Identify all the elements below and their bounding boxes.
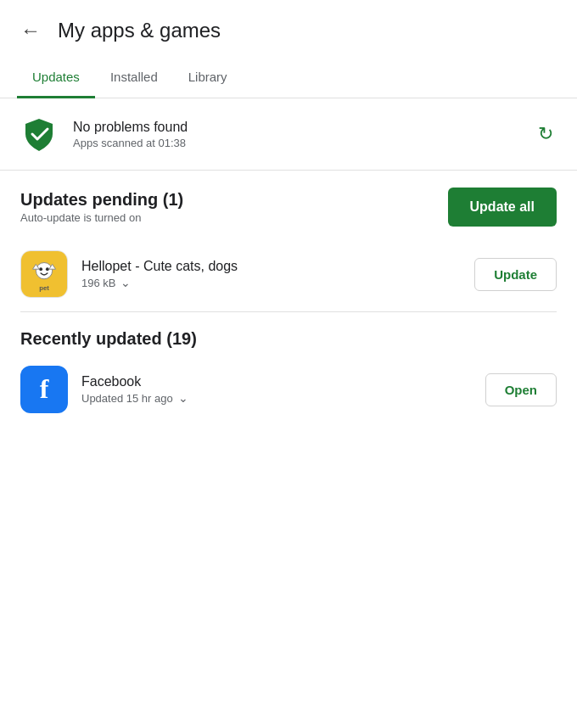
updates-pending-subtitle: Auto-update is turned on [20,211,183,224]
facebook-chevron-icon: ⌄ [178,391,188,405]
updates-pending-info: Updates pending (1) Auto-update is turne… [20,190,183,224]
facebook-info: Facebook Updated 15 hr ago ⌄ [81,374,472,405]
security-subtitle: Apps scanned at 01:38 [73,137,519,149]
updates-pending-title: Updates pending (1) [20,190,183,210]
tab-installed[interactable]: Installed [95,58,173,98]
tab-bar: Updates Installed Library [0,58,577,98]
shield-check-icon [20,115,58,153]
facebook-name: Facebook [81,374,472,389]
hellopet-update-button[interactable]: Update [474,258,557,291]
facebook-open-button[interactable]: Open [485,373,557,406]
recently-updated-title: Recently updated (19) [20,329,557,349]
facebook-meta: Updated 15 hr ago ⌄ [81,391,472,405]
refresh-icon: ↻ [538,123,553,144]
hellopet-size: 196 kB [81,277,115,289]
recently-updated-section: Recently updated (19) [0,312,577,352]
hellopet-icon-svg: pet [21,250,67,298]
updates-pending-section: Updates pending (1) Auto-update is turne… [0,171,577,237]
tab-library[interactable]: Library [173,58,243,98]
hellopet-info: Hellopet - Cute cats, dogs 196 kB ⌄ [81,259,461,289]
security-info: No problems found Apps scanned at 01:38 [73,120,519,149]
back-button[interactable]: ← [17,15,44,46]
svg-text:pet: pet [39,284,49,292]
security-card: No problems found Apps scanned at 01:38 … [0,98,577,171]
tab-updates[interactable]: Updates [17,58,95,98]
refresh-button[interactable]: ↻ [535,120,557,148]
update-all-button[interactable]: Update all [448,188,557,227]
hellopet-name: Hellopet - Cute cats, dogs [81,259,461,274]
app-row-facebook: f Facebook Updated 15 hr ago ⌄ Open [0,352,577,427]
security-title: No problems found [73,120,519,135]
page-title: My apps & games [58,19,221,42]
facebook-update-time: Updated 15 hr ago [81,392,173,405]
hellopet-meta: 196 kB ⌄ [81,276,461,289]
facebook-app-icon: f [20,366,68,413]
svg-point-1 [36,263,52,279]
back-arrow-icon: ← [20,19,41,42]
page-header: ← My apps & games [0,0,577,58]
facebook-f-icon: f [40,375,49,404]
hellopet-chevron-icon: ⌄ [120,276,131,289]
hellopet-app-icon: pet [20,250,68,298]
app-row-hellopet: pet Hellopet - Cute cats, dogs 196 kB ⌄ … [0,237,577,311]
